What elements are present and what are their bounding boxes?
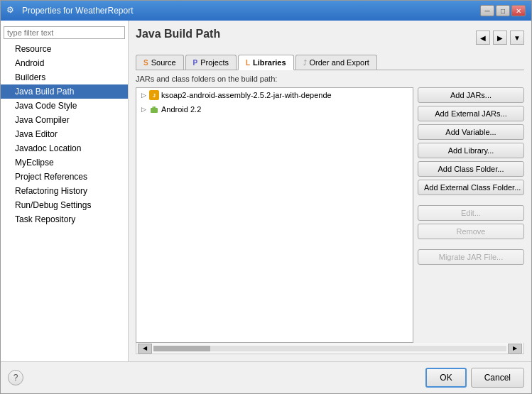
footer-right: OK Cancel — [425, 368, 524, 388]
content-split: ▷ J ksoap2-android-assembly-2.5.2-jar-wi… — [136, 87, 524, 343]
tab-libraries[interactable]: L Libraries — [238, 55, 294, 70]
close-button[interactable]: ✕ — [511, 5, 526, 16]
button-spacer-2 — [418, 242, 524, 246]
projects-tab-label: Projects — [200, 58, 229, 67]
source-tab-label: Source — [151, 58, 176, 67]
dialog-title: Properties for WeatherReport — [22, 6, 134, 16]
tree-panel[interactable]: ▷ J ksoap2-android-assembly-2.5.2-jar-wi… — [136, 87, 413, 343]
svg-point-3 — [155, 106, 156, 108]
horizontal-scrollbar[interactable]: ◀ ▶ — [136, 343, 524, 354]
tab-bar: S Source P Projects L Libraries ⤴ Order … — [136, 55, 524, 70]
source-tab-icon: S — [143, 59, 148, 67]
dialog-footer: ? OK Cancel — [1, 361, 531, 393]
order-tab-icon: ⤴ — [303, 59, 307, 67]
sidebar-item-task-repository[interactable]: Task Repository — [1, 212, 128, 226]
filter-input[interactable] — [4, 26, 125, 39]
tree-label-android: Android 2.2 — [161, 105, 201, 114]
title-bar: ⚙ Properties for WeatherReport ─ □ ✕ — [1, 1, 531, 21]
sidebar-item-resource[interactable]: Resource — [1, 42, 128, 56]
tree-item-ksoap[interactable]: ▷ J ksoap2-android-assembly-2.5.2-jar-wi… — [136, 88, 413, 102]
sidebar-item-builders[interactable]: Builders — [1, 70, 128, 84]
scroll-left-button[interactable]: ◀ — [138, 344, 152, 354]
cancel-button[interactable]: Cancel — [471, 368, 524, 388]
content-area: JARs and class folders on the build path… — [136, 75, 524, 354]
tab-projects[interactable]: P Projects — [185, 55, 237, 70]
sidebar-item-android[interactable]: Android — [1, 56, 128, 70]
footer-left: ? — [8, 370, 23, 385]
sidebar-item-project-references[interactable]: Project References — [1, 170, 128, 184]
libraries-tab-icon: L — [246, 59, 250, 67]
sidebar-item-java-editor[interactable]: Java Editor — [1, 127, 128, 141]
forward-button[interactable]: ▶ — [493, 31, 507, 45]
sidebar-item-java-build-path[interactable]: Java Build Path — [1, 84, 128, 99]
nav-buttons: ◀ ▶ ▼ — [476, 31, 524, 45]
tree-toggle-ksoap[interactable]: ▷ — [139, 91, 148, 99]
tree-toggle-android[interactable]: ▷ — [139, 105, 148, 114]
scroll-right-button[interactable]: ▶ — [508, 344, 522, 354]
minimize-button[interactable]: ─ — [480, 5, 494, 16]
title-bar-left: ⚙ Properties for WeatherReport — [6, 5, 134, 16]
main-content: Java Build Path ◀ ▶ ▼ S Source P Project… — [129, 21, 531, 361]
tab-source[interactable]: S Source — [136, 55, 184, 70]
add-library-button[interactable]: Add Library... — [418, 143, 524, 158]
sidebar-item-javadoc-location[interactable]: Javadoc Location — [1, 141, 128, 155]
sidebar-item-java-code-style[interactable]: Java Code Style — [1, 99, 128, 113]
ok-button[interactable]: OK — [425, 368, 466, 388]
page-title: Java Build Path — [136, 28, 220, 40]
svg-point-2 — [152, 106, 153, 108]
tab-order-export[interactable]: ⤴ Order and Export — [295, 55, 377, 70]
dialog-icon: ⚙ — [6, 5, 18, 16]
sidebar-item-run-debug-settings[interactable]: Run/Debug Settings — [1, 198, 128, 212]
sidebar: Resource Android Builders Java Build Pat… — [1, 21, 129, 361]
jar-icon-ksoap: J — [149, 90, 159, 100]
edit-button[interactable]: Edit... — [418, 205, 524, 221]
content-description: JARs and class folders on the build path… — [136, 75, 524, 83]
migrate-jar-button[interactable]: Migrate JAR File... — [418, 249, 524, 265]
title-buttons: ─ □ ✕ — [480, 5, 526, 16]
dialog-body: Resource Android Builders Java Build Pat… — [1, 21, 531, 361]
scrollbar-track[interactable] — [153, 346, 506, 351]
maximize-button[interactable]: □ — [496, 5, 510, 16]
projects-tab-icon: P — [193, 59, 198, 67]
android-icon — [149, 104, 159, 114]
sidebar-item-refactoring-history[interactable]: Refactoring History — [1, 184, 128, 198]
main-header: Java Build Path ◀ ▶ ▼ — [136, 28, 524, 48]
button-spacer-1 — [418, 198, 524, 202]
tree-label-ksoap: ksoap2-android-assembly-2.5.2-jar-with-d… — [161, 91, 332, 99]
scrollbar-thumb[interactable] — [153, 346, 210, 351]
add-external-class-folder-button[interactable]: Add External Class Folder... — [418, 180, 524, 195]
dropdown-button[interactable]: ▼ — [510, 31, 524, 45]
properties-dialog: ⚙ Properties for WeatherReport ─ □ ✕ Res… — [0, 0, 532, 394]
tree-item-android[interactable]: ▷ Android 2.2 — [136, 102, 413, 116]
sidebar-item-myeclipse[interactable]: MyEclipse — [1, 155, 128, 170]
libraries-tab-label: Libraries — [253, 58, 286, 67]
button-panel: Add JARs... Add External JARs... Add Var… — [418, 87, 524, 343]
add-variable-button[interactable]: Add Variable... — [418, 124, 524, 140]
remove-button[interactable]: Remove — [418, 224, 524, 239]
add-external-jars-button[interactable]: Add External JARs... — [418, 106, 524, 121]
add-class-folder-button[interactable]: Add Class Folder... — [418, 161, 524, 177]
back-button[interactable]: ◀ — [476, 31, 490, 45]
sidebar-item-java-compiler[interactable]: Java Compiler — [1, 113, 128, 127]
svg-rect-0 — [151, 108, 158, 113]
help-button[interactable]: ? — [8, 370, 23, 385]
order-tab-label: Order and Export — [310, 58, 369, 67]
add-jars-button[interactable]: Add JARs... — [418, 87, 524, 103]
